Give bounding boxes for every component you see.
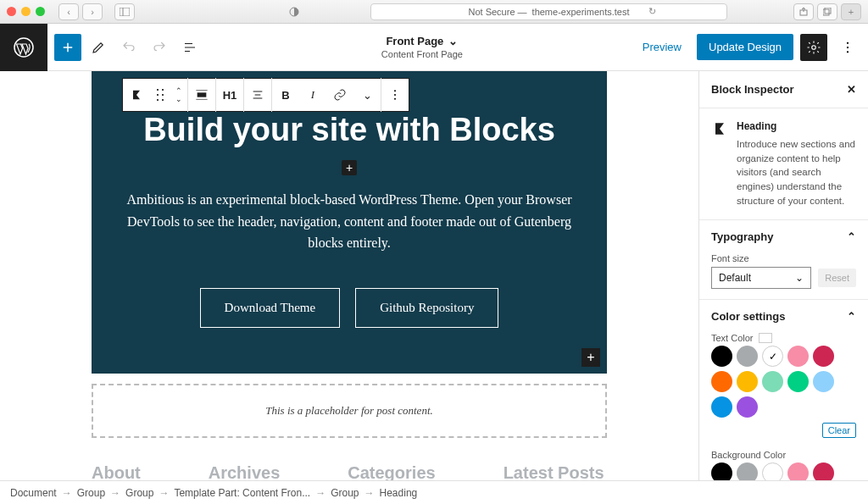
color-swatch-black[interactable]: [711, 462, 732, 480]
doc-subtitle: Content Front Page: [381, 49, 463, 59]
chevron-up-icon[interactable]: ⌃: [847, 310, 856, 323]
footer-link-archives[interactable]: Archives: [209, 463, 281, 480]
hero-paragraph[interactable]: Ambitious is an experimental block-based…: [122, 189, 576, 254]
color-panel-title[interactable]: Color settings: [711, 310, 785, 323]
block-name: Heading: [737, 120, 856, 132]
color-swatch-orange[interactable]: [711, 371, 732, 392]
text-color-preview: [759, 333, 772, 343]
color-swatch-purple[interactable]: [737, 396, 758, 418]
typography-panel-title[interactable]: Typography: [711, 230, 773, 243]
document-title-area: Front Page ⌄ Content Front Page: [210, 35, 634, 59]
color-swatch-blue[interactable]: [711, 396, 732, 418]
color-swatch-red[interactable]: [813, 346, 834, 367]
chevron-up-icon[interactable]: ⌃: [847, 230, 856, 243]
share-button[interactable]: [793, 3, 814, 20]
hero-heading[interactable]: Build your site with Blocks: [122, 112, 576, 148]
more-menu-button[interactable]: [834, 34, 861, 61]
nav-buttons: ‹ ›: [58, 3, 103, 20]
bold-button[interactable]: B: [272, 78, 299, 112]
breadcrumb-item[interactable]: Group: [77, 487, 105, 499]
editor-canvas[interactable]: ⌃⌄ H1 B I ⌄ Build your site with Blocks …: [0, 71, 698, 480]
back-button[interactable]: ‹: [58, 3, 79, 20]
color-swatch-lightblue[interactable]: [813, 371, 834, 392]
move-up-down-icon[interactable]: ⌃⌄: [170, 78, 187, 112]
update-design-button[interactable]: Update Design: [697, 34, 793, 60]
color-swatch-white[interactable]: [762, 462, 783, 480]
outline-button[interactable]: [176, 34, 203, 61]
doc-title[interactable]: Front Page: [386, 35, 443, 47]
svg-point-25: [394, 98, 396, 100]
maximize-window-icon[interactable]: [36, 7, 45, 16]
close-window-icon[interactable]: [7, 7, 16, 16]
editor-top-bar: Front Page ⌄ Content Front Page Preview …: [0, 24, 868, 71]
block-inspector-sidebar: Block Inspector ✕ Heading Introduce new …: [698, 71, 868, 480]
block-type-icon[interactable]: [123, 78, 150, 112]
color-swatch-pink[interactable]: [787, 462, 809, 480]
chevron-down-icon[interactable]: ⌄: [448, 35, 458, 47]
github-repo-button[interactable]: Github Repository: [355, 288, 498, 328]
color-swatch-red[interactable]: [813, 462, 834, 480]
heading-level-button[interactable]: H1: [216, 78, 243, 112]
svg-point-8: [847, 42, 849, 43]
svg-point-9: [847, 46, 849, 47]
font-size-select[interactable]: Default ⌄: [711, 267, 811, 289]
color-swatch-white[interactable]: [762, 346, 783, 367]
footer-link-categories[interactable]: Categories: [348, 463, 435, 480]
breadcrumb-item[interactable]: Document: [10, 487, 57, 499]
edit-mode-button[interactable]: [85, 34, 112, 61]
align-button[interactable]: [188, 78, 215, 112]
footer-link-latest[interactable]: Latest Posts: [504, 463, 604, 480]
breadcrumb-item[interactable]: Group: [125, 487, 153, 499]
svg-rect-5: [825, 8, 831, 14]
breadcrumb-item[interactable]: Group: [331, 487, 359, 499]
download-theme-button[interactable]: Download Theme: [200, 288, 341, 328]
inline-inserter-button[interactable]: +: [342, 160, 357, 175]
sidebar-title: Block Inspector: [711, 83, 794, 96]
forward-button[interactable]: ›: [82, 3, 103, 20]
svg-point-16: [162, 99, 164, 101]
minimize-window-icon[interactable]: [21, 7, 31, 16]
color-swatch-gray[interactable]: [737, 462, 758, 480]
svg-rect-17: [198, 92, 207, 97]
security-label: Not Secure —: [468, 7, 526, 17]
footer-nav: About Archives Categories Latest Posts: [92, 463, 607, 480]
block-more-menu[interactable]: [381, 78, 409, 112]
color-swatch-green[interactable]: [787, 371, 809, 392]
text-align-button[interactable]: [244, 78, 271, 112]
wordpress-logo[interactable]: [0, 24, 47, 71]
new-tab-button[interactable]: +: [841, 3, 861, 20]
post-content-placeholder[interactable]: This is a placeholder for post content.: [92, 384, 607, 438]
breadcrumb-item[interactable]: Template Part: Content Fron...: [174, 487, 310, 499]
add-block-button[interactable]: [54, 34, 81, 61]
redo-button[interactable]: [146, 34, 173, 61]
undo-button[interactable]: [115, 34, 142, 61]
italic-button[interactable]: I: [299, 78, 326, 112]
close-sidebar-icon[interactable]: ✕: [847, 83, 856, 96]
color-swatch-mint[interactable]: [762, 371, 783, 392]
svg-point-15: [157, 99, 159, 101]
footer-link-about[interactable]: About: [92, 463, 141, 480]
bg-color-swatches: [711, 462, 856, 480]
append-block-button[interactable]: +: [581, 348, 600, 367]
breadcrumb-item[interactable]: Heading: [380, 487, 418, 499]
color-swatch-yellow[interactable]: [737, 371, 758, 392]
settings-button[interactable]: [800, 34, 827, 61]
reload-icon[interactable]: ↻: [648, 6, 656, 17]
text-color-clear-button[interactable]: Clear: [822, 423, 856, 438]
color-swatch-gray[interactable]: [737, 346, 758, 367]
font-size-reset-button[interactable]: Reset: [818, 269, 856, 287]
svg-point-7: [812, 45, 816, 49]
preview-button[interactable]: Preview: [634, 36, 690, 58]
url-bar[interactable]: Not Secure — theme-experiments.test ↻: [370, 3, 727, 20]
color-swatch-black[interactable]: [711, 346, 732, 367]
svg-point-11: [157, 89, 159, 91]
color-swatch-pink[interactable]: [787, 346, 809, 367]
sidebar-toggle[interactable]: [114, 3, 135, 20]
move-handle-icon[interactable]: [150, 78, 170, 112]
hero-group-block[interactable]: Build your site with Blocks + Ambitious …: [92, 71, 607, 374]
svg-rect-0: [120, 8, 130, 16]
shield-icon[interactable]: [284, 3, 304, 20]
tabs-button[interactable]: [817, 3, 837, 20]
more-rich-text-button[interactable]: ⌄: [353, 78, 381, 112]
link-button[interactable]: [326, 78, 353, 112]
